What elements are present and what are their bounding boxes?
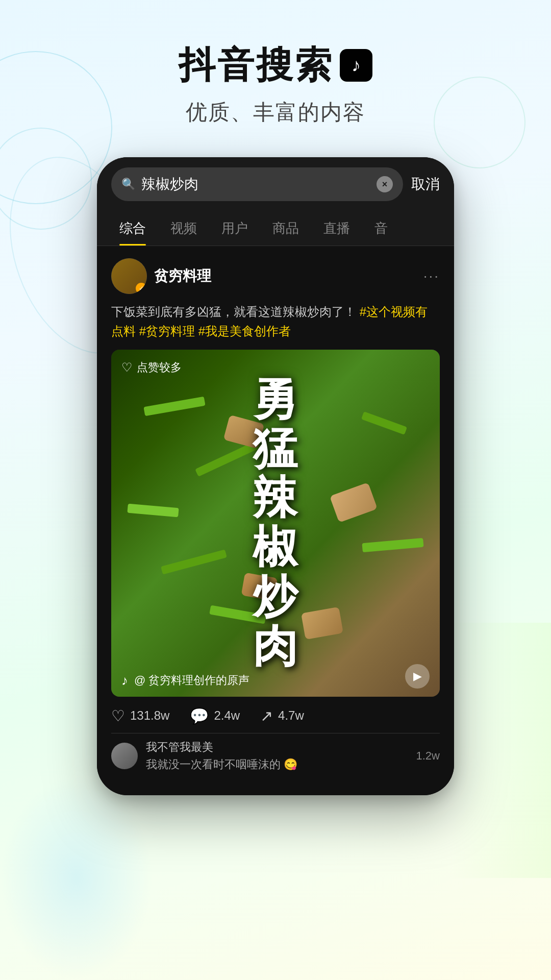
comment-count-stat: 2.4w (214, 708, 240, 723)
like-badge-text: 点赞较多 (137, 360, 182, 375)
hashtag-3[interactable]: #我是美食创作者 (198, 324, 291, 338)
tab-video[interactable]: 视频 (158, 211, 209, 246)
comment-icon: 💬 (190, 707, 209, 725)
clear-button[interactable]: × (377, 176, 393, 192)
play-button[interactable]: ▶ (405, 664, 430, 689)
subtitle: 优质、丰富的内容 (0, 98, 551, 127)
music-icon: ♪ (121, 673, 128, 689)
main-title: 抖音搜索 (179, 41, 334, 90)
tab-comprehensive[interactable]: 综合 (107, 211, 158, 246)
avatar: ✓ (111, 258, 147, 294)
comment-avatar (111, 743, 138, 769)
comment-action[interactable]: 💬 2.4w (190, 707, 240, 725)
hashtag-2[interactable]: #贫穷料理 (139, 324, 195, 338)
action-bar: ♡ 131.8w 💬 2.4w ↗ 4.7w (111, 697, 440, 733)
search-bar: 🔍 辣椒炒肉 × 取消 (97, 157, 454, 211)
tab-live[interactable]: 直播 (311, 211, 362, 246)
audio-credit: @ 贫穷料理创作的原声 (134, 673, 249, 688)
like-count: 131.8w (130, 708, 169, 723)
title-row: 抖音搜索 (0, 41, 551, 90)
video-title-overlay: 勇猛辣椒炒肉 (128, 375, 423, 671)
comment-text-area: 我不管我最美 我就没一次看时不咽唾沫的 😋 (146, 740, 408, 772)
tab-product[interactable]: 商品 (260, 211, 311, 246)
like-badge: ♡ 点赞较多 (121, 360, 182, 375)
search-input-area[interactable]: 🔍 辣椒炒肉 × (111, 167, 403, 201)
comment-username: 我不管我最美 (146, 740, 408, 755)
tab-audio[interactable]: 音 (362, 211, 400, 246)
video-thumbnail[interactable]: 勇猛辣椒炒肉 ♡ 点赞较多 ♪ @ 贫穷料理创作的原声 ▶ (111, 350, 440, 697)
verified-badge: ✓ (136, 283, 147, 294)
comment-count-badge: 1.2w (416, 749, 440, 763)
header: 抖音搜索 优质、丰富的内容 (0, 0, 551, 127)
username[interactable]: 贫穷料理 (154, 266, 211, 286)
search-query: 辣椒炒肉 (141, 175, 370, 194)
cancel-button[interactable]: 取消 (411, 175, 440, 194)
audio-bar: ♪ @ 贫穷料理创作的原声 (121, 673, 249, 689)
share-count: 4.7w (278, 708, 304, 723)
post-header: ✓ 贫穷料理 ··· (111, 258, 440, 294)
tiktok-logo-icon (340, 49, 372, 82)
phone-mockup: 🔍 辣椒炒肉 × 取消 综合 视频 用户 商品 直播 音 (97, 157, 454, 795)
post-description: 下饭菜到底有多凶猛，就看这道辣椒炒肉了！ #这个视频有点料 #贫穷料理 #我是美… (111, 302, 440, 341)
like-action[interactable]: ♡ 131.8w (111, 707, 169, 725)
tabs-bar: 综合 视频 用户 商品 直播 音 (97, 211, 454, 246)
avatar-area: ✓ 贫穷料理 (111, 258, 211, 294)
search-icon: 🔍 (121, 178, 135, 191)
heart-icon: ♡ (121, 360, 133, 375)
more-options-button[interactable]: ··· (423, 268, 440, 284)
like-icon: ♡ (111, 707, 125, 725)
comment-preview: 我不管我最美 我就没一次看时不咽唾沫的 😋 1.2w (111, 733, 440, 772)
post-card: ✓ 贫穷料理 ··· 下饭菜到底有多凶猛，就看这道辣椒炒肉了！ #这个视频有点料… (111, 258, 440, 772)
tab-user[interactable]: 用户 (209, 211, 260, 246)
phone-wrapper: 🔍 辣椒炒肉 × 取消 综合 视频 用户 商品 直播 音 (0, 157, 551, 795)
share-icon: ↗ (260, 707, 273, 725)
bg-gradient-bottom (0, 776, 153, 980)
comment-body: 我就没一次看时不咽唾沫的 😋 (146, 757, 408, 772)
post-text: 下饭菜到底有多凶猛，就看这道辣椒炒肉了！ (111, 305, 356, 318)
content-area: ✓ 贫穷料理 ··· 下饭菜到底有多凶猛，就看这道辣椒炒肉了！ #这个视频有点料… (97, 246, 454, 795)
share-action[interactable]: ↗ 4.7w (260, 707, 304, 725)
